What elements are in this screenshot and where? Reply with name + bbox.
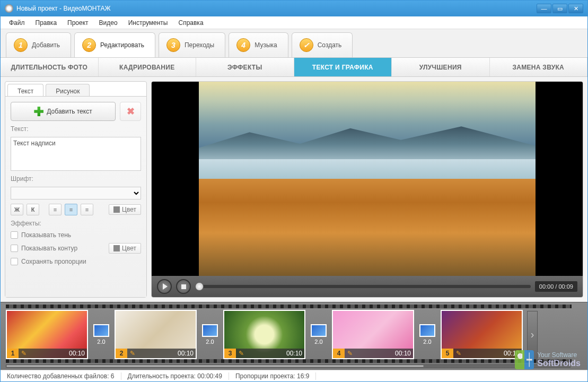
menu-video[interactable]: Видео: [94, 17, 123, 29]
plus-icon: [34, 107, 43, 116]
timeline-scrollbar[interactable]: [6, 364, 571, 368]
transition-thumb[interactable]: [311, 324, 327, 337]
pencil-icon[interactable]: ✎: [345, 350, 355, 357]
maximize-button[interactable]: ▭: [552, 4, 567, 13]
label-effects: Эффекты:: [11, 220, 141, 227]
checkbox-outline[interactable]: [11, 245, 18, 252]
seek-knob[interactable]: [195, 282, 204, 291]
subtabs: ДЛИТЕЛЬНОСТЬ ФОТО КАДРИРОВАНИЕ ЭФФЕКТЫ Т…: [1, 58, 587, 77]
step-badge-2: 2: [82, 38, 96, 52]
label-shadow: Показывать тень: [21, 231, 71, 239]
preview-viewport[interactable]: [152, 82, 583, 276]
step-badge-1: 1: [14, 38, 28, 52]
step-badge-4: 4: [236, 38, 250, 52]
menu-file[interactable]: Файл: [4, 17, 30, 29]
app-icon: [5, 4, 13, 13]
transition-thumb[interactable]: [202, 324, 218, 337]
menu-edit[interactable]: Правка: [30, 17, 63, 29]
menu-tools[interactable]: Инструменты: [123, 17, 173, 29]
outline-color-button[interactable]: Цвет: [109, 243, 141, 254]
side-panel: Текст Рисунок Добавить текст ✖ Текст: Шр…: [5, 81, 147, 298]
color-swatch: [113, 206, 120, 213]
transition-duration: 2.0: [423, 338, 431, 345]
timeline-clip[interactable]: 5✎00:10: [441, 310, 523, 359]
delete-text-button[interactable]: ✖: [120, 102, 141, 121]
player-controls: 00:00 / 00:09: [152, 276, 583, 297]
bold-button[interactable]: Ж: [11, 204, 23, 215]
text-color-button[interactable]: Цвет: [109, 204, 141, 215]
seek-track[interactable]: [195, 285, 531, 288]
label-font: Шрифт:: [11, 175, 141, 183]
titlebar: Новый проект - ВидеоМОНТАЖ — ▭ ✕: [1, 1, 587, 16]
watermark: Your SoftwareSoftDroids: [515, 350, 581, 369]
window-title: Новый проект - ВидеоМОНТАЖ: [16, 5, 111, 12]
subtab-text-graphics[interactable]: ТЕКСТ И ГРАФИКА: [294, 58, 392, 76]
checkbox-keep-ratio[interactable]: [11, 258, 18, 265]
timeline-clip[interactable]: 2✎00:10: [115, 310, 197, 359]
align-center-button[interactable]: ≡: [65, 204, 77, 215]
x-icon: ✖: [127, 106, 135, 117]
menu-project[interactable]: Проект: [62, 17, 94, 29]
play-icon: [163, 283, 168, 290]
pencil-icon[interactable]: ✎: [127, 350, 138, 357]
pencil-icon[interactable]: ✎: [19, 350, 29, 357]
step-create[interactable]: ✓Создать: [292, 32, 353, 57]
menu-help[interactable]: Справка: [173, 17, 208, 29]
subtab-crop[interactable]: КАДРИРОВАНИЕ: [99, 58, 197, 76]
scrollbar-thumb[interactable]: [6, 365, 424, 367]
statusbar: Количество добавленных файлов: 6 Длитель…: [1, 370, 587, 381]
align-left-button[interactable]: ≡: [49, 204, 62, 215]
menubar: Файл Правка Проект Видео Инструменты Спр…: [1, 16, 587, 29]
timecode: 00:00 / 00:09: [535, 281, 577, 292]
transition-duration: 2.0: [206, 338, 214, 345]
watermark-icon: [515, 350, 534, 369]
timeline-clip[interactable]: 4✎00:10: [332, 310, 414, 359]
label-outline: Показывать контур: [21, 245, 77, 252]
timeline-panel: 1✎00:10 2.0 2✎00:10 2.0 3✎00:10 2.0 4✎00…: [1, 302, 587, 370]
step-badge-check: ✓: [300, 38, 313, 52]
side-tab-image[interactable]: Рисунок: [46, 84, 90, 96]
align-right-button[interactable]: ≡: [81, 204, 93, 215]
label-keep-ratio: Сохранять пропорции: [21, 258, 86, 265]
checkbox-shadow[interactable]: [11, 231, 18, 239]
subtab-enhancements[interactable]: УЛУЧШЕНИЯ: [392, 58, 490, 76]
film-strip-bottom: [6, 359, 572, 363]
transition-duration: 2.0: [314, 338, 322, 345]
minimize-button[interactable]: —: [537, 4, 551, 13]
preview-panel: 00:00 / 00:09: [151, 81, 583, 298]
subtab-photo-duration[interactable]: ДЛИТЕЛЬНОСТЬ ФОТО: [1, 58, 99, 76]
step-edit[interactable]: 2Редактировать: [74, 32, 155, 57]
timeline-clip[interactable]: 1✎00:10: [6, 310, 88, 359]
step-tabs: 1Добавить 2Редактировать 3Переходы 4Музы…: [1, 29, 587, 58]
step-music[interactable]: 4Музыка: [229, 32, 288, 57]
color-swatch: [113, 245, 120, 251]
side-tab-text[interactable]: Текст: [7, 84, 43, 96]
add-text-button[interactable]: Добавить текст: [11, 102, 116, 121]
subtab-effects[interactable]: ЭФФЕКТЫ: [196, 58, 294, 76]
transition-duration: 2.0: [97, 338, 105, 345]
step-transitions[interactable]: 3Переходы: [159, 32, 225, 57]
transition-thumb[interactable]: [419, 324, 435, 337]
step-add[interactable]: 1Добавить: [6, 32, 71, 57]
subtab-replace-audio[interactable]: ЗАМЕНА ЗВУКА: [490, 58, 588, 76]
stop-icon: [181, 284, 186, 289]
stop-button[interactable]: [176, 279, 191, 294]
pencil-icon[interactable]: ✎: [236, 350, 247, 357]
label-text: Текст:: [11, 125, 141, 133]
caption-textarea[interactable]: [11, 137, 141, 171]
pencil-icon[interactable]: ✎: [453, 350, 464, 357]
step-badge-3: 3: [166, 38, 180, 52]
preview-image: [199, 82, 535, 276]
font-select[interactable]: [11, 187, 141, 199]
transition-thumb[interactable]: [93, 324, 109, 337]
film-strip-top: [6, 305, 572, 308]
play-button[interactable]: [157, 279, 172, 294]
close-button[interactable]: ✕: [568, 4, 583, 13]
timeline-clip[interactable]: 3✎00:10: [223, 310, 305, 359]
italic-button[interactable]: К: [27, 204, 39, 215]
